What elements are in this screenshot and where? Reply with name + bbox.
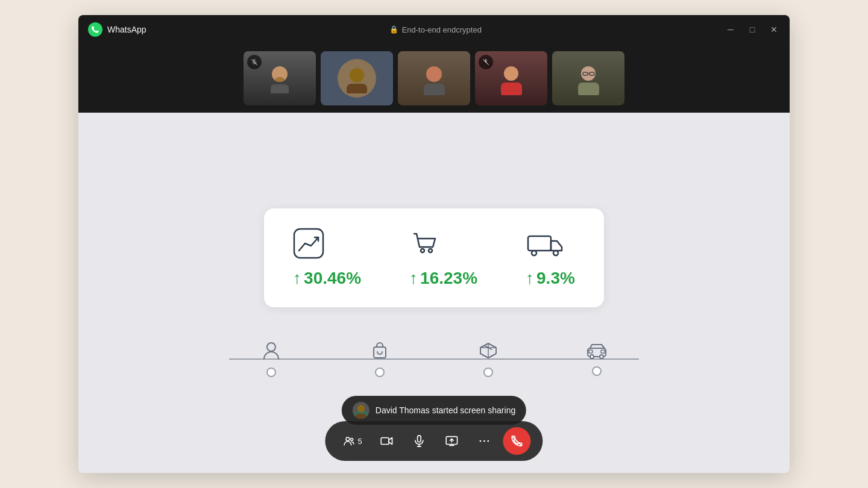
- flow-step-person: [217, 341, 326, 377]
- participant-video-4[interactable]: [475, 51, 547, 105]
- svg-point-31: [357, 405, 365, 412]
- svg-point-26: [590, 355, 594, 358]
- person-4-avatar-icon: [495, 62, 528, 95]
- close-button[interactable]: ✕: [768, 23, 780, 36]
- flow-dot-1: [266, 368, 276, 377]
- svg-rect-28: [589, 350, 593, 353]
- stat-item-truck: ↑ 9.3%: [526, 228, 575, 288]
- svg-point-9: [504, 66, 518, 81]
- person-5-avatar-icon: [572, 62, 605, 95]
- svg-rect-35: [381, 438, 389, 445]
- person-3-avatar-icon: [418, 62, 451, 95]
- svg-rect-32: [356, 414, 366, 419]
- stat-arrow-cart: ↑: [409, 269, 418, 288]
- mute-icon-1: [247, 55, 262, 69]
- stat-item-chart: ↑ 30.46%: [293, 228, 361, 288]
- encryption-indicator: 🔒 End-to-end endcrypted: [389, 25, 482, 34]
- stat-item-cart: ↑ 16.23%: [409, 228, 477, 288]
- minimize-button[interactable]: ─: [725, 23, 737, 36]
- flow-step-car: [542, 342, 651, 376]
- svg-point-23: [267, 343, 275, 351]
- flow-step-bag: [326, 341, 434, 377]
- cart-icon: [409, 228, 441, 259]
- more-options-button[interactable]: [471, 427, 498, 455]
- svg-point-42: [488, 440, 489, 442]
- end-call-icon: [511, 434, 524, 448]
- svg-rect-13: [578, 83, 599, 95]
- screen-share-notification[interactable]: David Thomas started screen sharing: [342, 396, 526, 425]
- whatsapp-logo-icon: [88, 22, 102, 37]
- david-avatar-icon: [342, 63, 372, 93]
- stat-arrow-chart: ↑: [293, 269, 301, 288]
- maximize-button[interactable]: □: [746, 23, 758, 36]
- video-icon: [380, 434, 394, 448]
- mute-icon-4: [479, 55, 493, 69]
- svg-point-0: [88, 22, 102, 37]
- svg-point-19: [429, 249, 432, 252]
- svg-rect-17: [294, 229, 323, 258]
- flow-dot-2: [375, 368, 385, 377]
- person-flow-icon: [263, 341, 280, 360]
- svg-rect-29: [601, 350, 605, 353]
- screen-share-button[interactable]: [438, 427, 466, 455]
- call-controls-bar: 5: [325, 421, 542, 461]
- flow-step-box: [434, 341, 542, 377]
- mic-toggle-button[interactable]: [406, 427, 433, 455]
- encryption-text: End-to-end endcrypted: [402, 25, 482, 34]
- truck-icon: [526, 228, 565, 259]
- notification-text: David Thomas started screen sharing: [376, 405, 515, 415]
- video-toggle-button[interactable]: [373, 427, 401, 455]
- svg-point-7: [426, 66, 442, 82]
- flow-dot-4: [592, 366, 602, 376]
- svg-rect-6: [347, 84, 367, 93]
- flow-dot-3: [483, 368, 493, 377]
- svg-rect-20: [528, 236, 551, 251]
- participant-video-3[interactable]: [398, 51, 470, 105]
- end-call-button[interactable]: [503, 427, 531, 455]
- svg-point-41: [483, 440, 485, 442]
- svg-rect-2: [271, 84, 289, 93]
- participant-video-2[interactable]: [321, 51, 393, 105]
- participant-video-1[interactable]: [244, 51, 316, 105]
- person-1-avatar-icon: [265, 63, 295, 93]
- screen-share-icon: [445, 434, 459, 448]
- chart-icon: [293, 228, 324, 259]
- svg-point-27: [600, 355, 603, 358]
- lock-icon: 🔒: [389, 25, 398, 34]
- stat-value-chart: ↑ 30.46%: [293, 269, 361, 288]
- stats-card: ↑ 30.46% ↑ 16.23%: [264, 208, 604, 307]
- video-strip: [78, 44, 790, 113]
- stat-arrow-truck: ↑: [526, 269, 534, 288]
- svg-point-3: [275, 77, 285, 82]
- svg-point-34: [350, 438, 353, 440]
- svg-point-18: [421, 249, 424, 252]
- title-bar-left: WhatsApp: [88, 22, 146, 37]
- participant-count: 5: [357, 437, 362, 446]
- title-bar: WhatsApp 🔒 End-to-end endcrypted ─ □ ✕: [78, 15, 790, 44]
- app-title: WhatsApp: [107, 25, 146, 34]
- svg-rect-10: [501, 83, 522, 95]
- participant-video-5[interactable]: [552, 51, 624, 105]
- svg-point-5: [350, 68, 364, 83]
- stat-value-cart: ↑ 16.23%: [409, 269, 477, 288]
- svg-point-40: [480, 440, 482, 442]
- svg-point-33: [346, 437, 350, 441]
- svg-point-22: [553, 251, 558, 255]
- app-window: WhatsApp 🔒 End-to-end endcrypted ─ □ ✕: [78, 15, 790, 473]
- more-icon: [478, 434, 491, 448]
- mic-icon: [413, 434, 426, 448]
- svg-rect-36: [418, 436, 421, 442]
- svg-rect-8: [424, 84, 445, 95]
- window-controls: ─ □ ✕: [725, 23, 780, 36]
- box-flow-icon: [479, 341, 497, 360]
- screen-share-area: ↑ 30.46% ↑ 16.23%: [78, 113, 790, 473]
- process-flow: [217, 341, 651, 377]
- participants-icon: [343, 435, 355, 447]
- stat-value-truck: ↑ 9.3%: [526, 269, 575, 288]
- bag-flow-icon: [371, 341, 388, 360]
- svg-rect-24: [374, 347, 386, 358]
- participants-button[interactable]: 5: [337, 427, 368, 455]
- svg-point-21: [532, 251, 536, 255]
- david-notification-avatar-icon: [353, 402, 370, 419]
- car-flow-icon: [587, 342, 607, 359]
